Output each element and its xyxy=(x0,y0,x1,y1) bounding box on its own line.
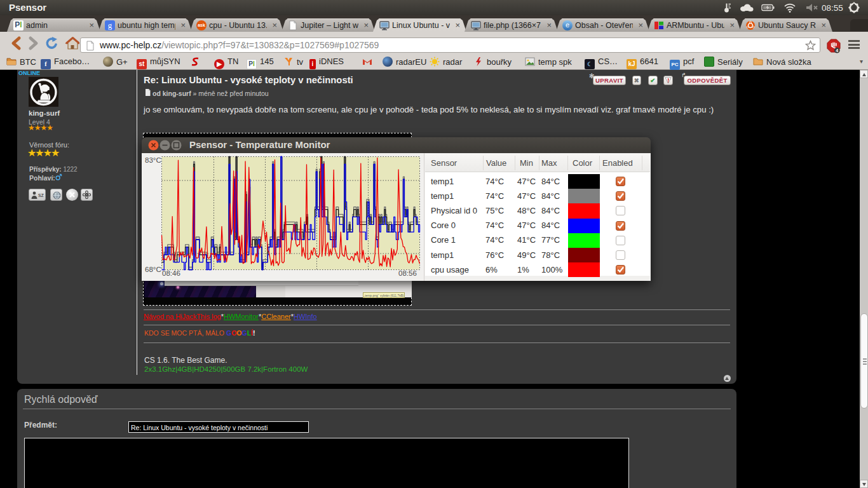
svg-text:4: 4 xyxy=(836,48,838,53)
